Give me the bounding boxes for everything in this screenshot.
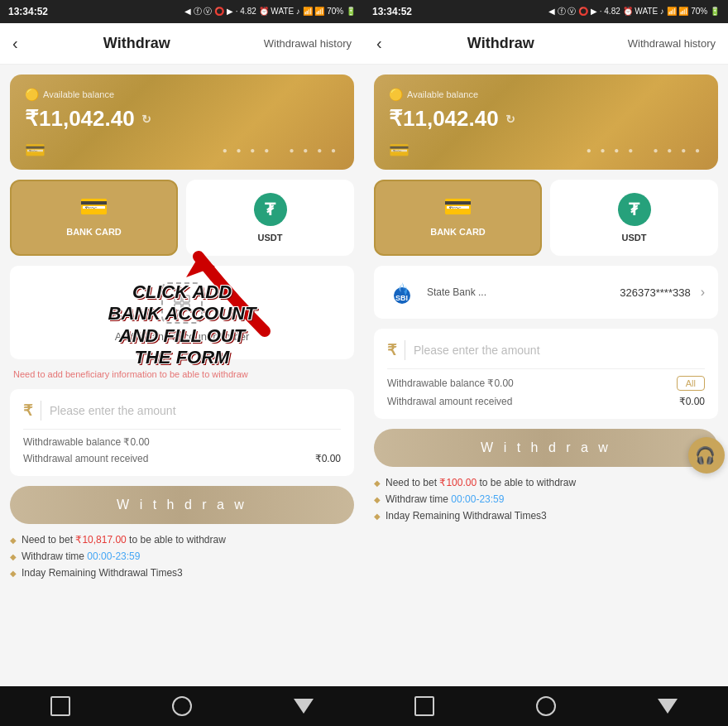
nav-square-left[interactable]: [50, 696, 70, 716]
left-phone-panel: 13:34:52 ◀ ⓕ ⓥ ⭕ ▶ · 4.82 ⏰ WATE ♪ 📶 📶 7…: [0, 0, 364, 726]
bank-number-right: 326373****338: [620, 286, 690, 299]
bank-name-right: State Bank ...: [427, 286, 610, 298]
withdraw-btn-right[interactable]: W i t h d r a w 🎧: [374, 429, 718, 467]
bullet-item-left-1: ◆ Withdraw time 00:00-23:59: [10, 551, 354, 562]
balance-label-left: 🟡 Available balance: [25, 88, 339, 101]
withdraw-btn-left[interactable]: W i t h d r a w: [10, 486, 354, 524]
status-icons-right: ◀ ⓕ ⓥ ⭕ ▶ · 4.82 ⏰ WATE ♪ 📶 📶 70% 🔋: [548, 6, 720, 17]
page-title-left: Withdraw: [10, 35, 264, 52]
svg-text:SBI: SBI: [395, 294, 408, 302]
bank-card-icon-left: 💳: [79, 193, 108, 220]
payment-methods-right: 💳 BANK CARD ₮ USDT: [374, 180, 718, 256]
bank-card-btn-left[interactable]: 💳 BANK CARD: [10, 180, 178, 256]
usdt-icon-right: ₮: [618, 193, 651, 226]
diamond-icon-right-0: ◆: [374, 478, 381, 488]
rupee-symbol-left: ₹: [23, 401, 32, 420]
withdrawal-received-row-left: Withdrawal amount received ₹0.00: [23, 453, 341, 464]
right-phone-panel: 13:34:52 ◀ ⓕ ⓥ ⭕ ▶ · 4.82 ⏰ WATE ♪ 📶 📶 7…: [364, 0, 728, 726]
bank-card-icon-right: 💳: [443, 193, 472, 220]
usdt-btn-left[interactable]: ₮ USDT: [186, 180, 354, 256]
rupee-symbol-right: ₹: [387, 341, 396, 359]
card-chip-left: 💳: [25, 140, 46, 160]
svg-rect-0: [175, 296, 181, 302]
balance-amount-left: ₹11,042.40 ↻: [25, 106, 339, 132]
info-text-left: Need to add beneficiary information to b…: [10, 369, 354, 379]
svg-rect-1: [183, 296, 189, 302]
page-title-right: Withdraw: [374, 35, 628, 52]
nav-triangle-left[interactable]: [294, 699, 314, 714]
amount-input-row-right[interactable]: ₹ Please enter the amount: [387, 340, 705, 369]
bullet-item-left-0: ◆ Need to bet ₹10,817.00 to be able to w…: [10, 534, 354, 546]
input-divider-right: [405, 340, 405, 360]
info-bullets-right: ◆ Need to bet ₹100.00 to be able to with…: [374, 477, 718, 530]
balance-card-right: 🟡 Available balance ₹11,042.40 ↻ 💳 ● ● ●…: [374, 75, 718, 170]
support-icon-right: 🎧: [695, 445, 719, 465]
withdrawal-history-link-left[interactable]: Withdrawal history: [264, 37, 352, 50]
card-chip-right: 💳: [389, 140, 410, 160]
usdt-label-right: USDT: [622, 233, 647, 243]
status-time-left: 13:34:52: [8, 6, 48, 17]
amount-placeholder-right: Please enter the amount: [414, 344, 705, 357]
wallet-icon-left: 🟡: [25, 88, 39, 101]
bullet-item-right-0: ◆ Need to bet ₹100.00 to be able to with…: [374, 477, 718, 488]
input-divider-left: [41, 401, 41, 421]
amount-input-row-left: ₹ Please enter the amount: [23, 401, 341, 430]
card-dots-right: ● ● ● ● ● ● ● ●: [587, 146, 703, 155]
amount-placeholder-left: Please enter the amount: [50, 404, 341, 417]
status-time-right: 13:34:52: [372, 6, 412, 17]
info-bullets-left: ◆ Need to bet ₹10,817.00 to be able to w…: [10, 534, 354, 587]
card-bottom-right: 💳 ● ● ● ● ● ● ● ●: [389, 140, 703, 160]
bottom-nav-left: [0, 686, 364, 726]
support-btn-right[interactable]: 🎧: [688, 437, 725, 474]
bank-card-label-right: BANK CARD: [430, 227, 486, 237]
withdrawal-history-link-right[interactable]: Withdrawal history: [628, 37, 716, 50]
bullet-item-right-2: ◆ Inday Remaining Withdrawal Times3: [374, 510, 718, 522]
balance-card-left: 🟡 Available balance ₹11,042.40 ↻ 💳 ● ● ●…: [10, 75, 354, 170]
bottom-nav-right: [364, 686, 728, 726]
withdrawal-received-row-right: Withdrawal amount received ₹0.00: [387, 396, 705, 407]
bank-card-label-left: BANK CARD: [66, 227, 122, 237]
nav-circle-right[interactable]: [536, 696, 556, 716]
amount-section-left: ₹ Please enter the amount Withdrawable b…: [10, 389, 354, 476]
header-left: ‹ Withdraw Withdrawal history: [0, 23, 364, 65]
add-icon-left: [161, 282, 203, 324]
diamond-icon-right-2: ◆: [374, 512, 381, 521]
diamond-icon-left-1: ◆: [10, 552, 17, 561]
payment-methods-left: 💳 BANK CARD ₮ USDT: [10, 180, 354, 256]
status-bar-left: 13:34:52 ◀ ⓕ ⓥ ⭕ ▶ · 4.82 ⏰ WATE ♪ 📶 📶 7…: [0, 0, 364, 23]
diamond-icon-left-2: ◆: [10, 569, 17, 578]
nav-triangle-right[interactable]: [658, 699, 678, 714]
diamond-icon-left-0: ◆: [10, 536, 17, 545]
card-bottom-left: 💳 ● ● ● ● ● ● ● ●: [25, 140, 339, 160]
bank-card-btn-right[interactable]: 💳 BANK CARD: [374, 180, 542, 256]
svg-rect-2: [175, 304, 181, 310]
svg-rect-3: [183, 304, 189, 310]
bank-logo-right: SBI: [387, 277, 417, 307]
wallet-icon-right: 🟡: [389, 88, 403, 101]
card-dots-left: ● ● ● ● ● ● ● ●: [223, 146, 339, 155]
content-right: 🟡 Available balance ₹11,042.40 ↻ 💳 ● ● ●…: [364, 65, 728, 686]
usdt-icon-left: ₮: [254, 193, 287, 226]
usdt-label-left: USDT: [258, 233, 283, 243]
balance-label-right: 🟡 Available balance: [389, 88, 703, 101]
refresh-icon-right[interactable]: ↻: [505, 113, 515, 126]
bullet-item-left-2: ◆ Inday Remaining Withdrawal Times3: [10, 567, 354, 579]
refresh-icon-left[interactable]: ↻: [141, 113, 151, 126]
bank-row-right[interactable]: SBI State Bank ... 326373****338 ›: [374, 266, 718, 319]
header-right: ‹ Withdraw Withdrawal history: [364, 23, 728, 65]
content-left: 🟡 Available balance ₹11,042.40 ↻ 💳 ● ● ●…: [0, 65, 364, 686]
status-icons-left: ◀ ⓕ ⓥ ⭕ ▶ · 4.82 ⏰ WATE ♪ 📶 📶 70% 🔋: [184, 6, 356, 17]
add-bank-section-left[interactable]: Add a bank account number: [10, 266, 354, 359]
bank-arrow-icon-right: ›: [701, 285, 705, 300]
amount-section-right: ₹ Please enter the amount Withdrawable b…: [374, 329, 718, 419]
balance-amount-right: ₹11,042.40 ↻: [389, 106, 703, 132]
nav-square-right[interactable]: [414, 696, 434, 716]
balance-row-left: Withdrawable balance ₹0.00: [23, 436, 341, 448]
balance-row-right: Withdrawable balance ₹0.00 All: [387, 376, 705, 391]
add-bank-label-left: Add a bank account number: [115, 330, 250, 343]
bullet-item-right-1: ◆ Withdraw time 00:00-23:59: [374, 493, 718, 505]
all-btn-right[interactable]: All: [677, 376, 705, 391]
status-bar-right: 13:34:52 ◀ ⓕ ⓥ ⭕ ▶ · 4.82 ⏰ WATE ♪ 📶 📶 7…: [364, 0, 728, 23]
usdt-btn-right[interactable]: ₮ USDT: [550, 180, 718, 256]
nav-circle-left[interactable]: [172, 696, 192, 716]
